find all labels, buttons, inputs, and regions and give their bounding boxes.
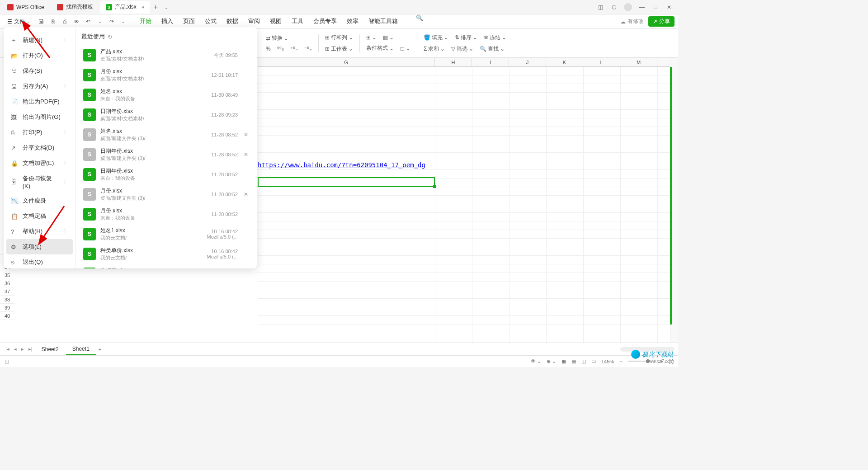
tab-overflow[interactable]: ⌄: [164, 4, 169, 10]
user-icon[interactable]: [624, 3, 632, 11]
selected-cell[interactable]: [258, 177, 435, 187]
eye-icon[interactable]: 👁 ⌄: [531, 358, 541, 364]
recent-file-item[interactable]: S 数据表.xlsx我的云文档/ 10-12 08:48: [81, 264, 251, 268]
sort-button[interactable]: ⇅ 排序 ⌄: [453, 33, 479, 42]
sheet-nav-next[interactable]: ▸: [19, 346, 26, 352]
saveas-icon[interactable]: ⎘: [49, 18, 57, 25]
percent-button[interactable]: %: [264, 45, 273, 53]
preview-icon[interactable]: 👁: [73, 18, 80, 25]
sheet-nav-prev[interactable]: ◂: [12, 346, 19, 352]
recent-file-item[interactable]: S 姓名.xlsx桌面/新建文件夹 (3)/ 11-28 08:52 ✕: [81, 125, 251, 145]
remove-recent-icon[interactable]: ✕: [242, 132, 250, 138]
ribbon-tab-view[interactable]: 视图: [269, 14, 283, 29]
file-menu-item-save[interactable]: 🖫保存(S): [6, 63, 73, 79]
file-menu-item-help[interactable]: ?帮助(H)〉: [6, 224, 73, 239]
dec-dec-button[interactable]: ⁻⁰₊: [302, 45, 314, 53]
refresh-icon[interactable]: ↻: [108, 33, 113, 40]
ribbon-tab-review[interactable]: 审阅: [247, 14, 261, 29]
zoom-level[interactable]: 145%: [601, 359, 614, 364]
redo-icon[interactable]: ↷: [108, 18, 115, 25]
recent-file-item[interactable]: S 月份.xlsx桌面/新建文件夹 (3)/ 11-28 08:52 ✕: [81, 184, 251, 204]
recent-file-item[interactable]: S 日期年份.xlsx来自：我的设备 11-28 08:52: [81, 164, 251, 184]
cube-icon[interactable]: ⬡: [610, 4, 618, 10]
undo-dropdown-icon[interactable]: ⌄: [96, 18, 104, 25]
grid-icon[interactable]: ⊕ ⌄: [547, 358, 556, 364]
file-menu-item-draft[interactable]: 📋文档定稿: [6, 208, 73, 224]
zoom-out-button[interactable]: −: [619, 359, 622, 364]
freeze-button[interactable]: ❄ 冻结 ⌄: [482, 33, 508, 42]
file-menu-item-share[interactable]: ↗分享文档(D): [6, 140, 73, 155]
file-menu-item-slim[interactable]: 📉文件瘦身: [6, 193, 73, 208]
right-scrollbar-track[interactable]: [670, 58, 678, 343]
column-header[interactable]: G: [258, 58, 435, 66]
rowcol-button[interactable]: ⊞ 行和列 ⌄: [323, 33, 355, 42]
remove-recent-icon[interactable]: ✕: [242, 151, 250, 158]
ribbon-tab-data[interactable]: 数据: [226, 14, 239, 29]
sheet-nav-last[interactable]: ▸|: [27, 346, 34, 352]
print-icon[interactable]: ⎙: [61, 18, 68, 25]
convert-button[interactable]: ⇄ 转换 ⌄: [264, 33, 290, 43]
ribbon-tab-start[interactable]: 开始: [139, 14, 152, 29]
find-button[interactable]: 🔍 查找 ⌄: [478, 44, 506, 54]
file-menu-item-gear[interactable]: ⚙选项(L): [6, 239, 73, 254]
column-header[interactable]: H: [435, 58, 472, 66]
recent-file-item[interactable]: S 月份.xlsx桌面/素材/文档素材/ 12-01 10:17: [81, 65, 251, 85]
recent-file-item[interactable]: S 月份.xlsx来自：我的设备 11-28 08:52: [81, 204, 251, 224]
row-header[interactable]: 35: [0, 271, 14, 279]
recent-file-item[interactable]: S 日期年份.xlsx桌面/新建文件夹 (3)/ 11-28 08:52 ✕: [81, 145, 251, 164]
column-header[interactable]: L: [583, 58, 620, 66]
sheet-nav-first[interactable]: |◂: [4, 346, 11, 352]
sheet-tab-active[interactable]: Sheet1: [66, 343, 96, 355]
format-button[interactable]: ◻ ⌄: [398, 44, 412, 52]
minimize-button[interactable]: —: [638, 4, 646, 10]
tab-templates[interactable]: 找稻壳模板: [52, 1, 99, 14]
column-header[interactable]: K: [546, 58, 583, 66]
share-button[interactable]: ↗ 分享: [648, 16, 675, 27]
qat-dropdown-icon[interactable]: ⌄: [120, 18, 127, 25]
inc-dec-button[interactable]: ⁺⁰₋: [288, 45, 300, 53]
recent-file-item[interactable]: S 种类单价.xlsx我的云文档/ 10-16 08:42Mozilla/5.0…: [81, 244, 251, 264]
view-page-icon[interactable]: ▤: [571, 358, 576, 364]
view-read-icon[interactable]: ▭: [591, 358, 596, 364]
column-header[interactable]: I: [472, 58, 509, 66]
ribbon-tab-insert[interactable]: 插入: [160, 14, 174, 29]
row-header[interactable]: 37: [0, 287, 14, 296]
save-icon[interactable]: 🖫: [38, 18, 45, 25]
ribbon-tab-member[interactable]: 会员专享: [312, 14, 338, 29]
remove-recent-icon[interactable]: ✕: [242, 191, 250, 197]
file-menu-item-folder[interactable]: 📂打开(O): [6, 48, 73, 63]
file-menu-item-pdf[interactable]: 📄输出为PDF(F): [6, 94, 73, 109]
table-style-button[interactable]: ⊞ ⌄: [364, 33, 378, 42]
view-break-icon[interactable]: ◫: [581, 358, 586, 364]
fill-button[interactable]: 🪣 填充 ⌄: [422, 33, 450, 42]
hyperlink-cell[interactable]: https://www.baidu.com/?tn=62095104_17_oe…: [258, 161, 425, 169]
recent-file-item[interactable]: S 产品.xlsx桌面/素材/文档素材/ 今天 09:55: [81, 45, 251, 65]
status-icon[interactable]: ◫: [5, 358, 9, 364]
tab-document[interactable]: S 产品.xlsx ●: [100, 1, 150, 14]
worksheet-button[interactable]: ⊞ 工作表 ⌄: [323, 44, 355, 54]
file-menu-item-exit[interactable]: ⎋退出(Q): [6, 254, 73, 268]
row-header[interactable]: 38: [0, 296, 14, 304]
search-icon[interactable]: 🔍: [416, 14, 423, 29]
ribbon-tab-efficiency[interactable]: 效率: [346, 14, 359, 29]
column-header[interactable]: M: [620, 58, 657, 66]
add-tab-button[interactable]: +: [150, 3, 161, 11]
ribbon-tab-formula[interactable]: 公式: [204, 14, 217, 29]
maximize-button[interactable]: □: [652, 4, 659, 10]
panel-icon[interactable]: ◫: [597, 4, 604, 10]
view-normal-icon[interactable]: ▦: [561, 358, 566, 364]
close-button[interactable]: ✕: [665, 4, 673, 10]
cloud-status[interactable]: ☁ 有修改: [620, 18, 644, 25]
ribbon-tab-page[interactable]: 页面: [182, 14, 196, 29]
sum-button[interactable]: Σ 求和 ⌄: [422, 44, 447, 54]
file-menu-button[interactable]: ☰ 文件 ⌄: [4, 16, 34, 27]
row-header[interactable]: 40: [0, 312, 14, 320]
add-sheet-button[interactable]: +: [97, 347, 103, 352]
cell-grid[interactable]: https://www.baidu.com/?tn=62095104_17_oe…: [258, 67, 670, 343]
comma-button[interactable]: ⁰⁰₀: [275, 45, 286, 53]
file-menu-item-image[interactable]: 🖼输出为图片(G): [6, 109, 73, 125]
tab-wps-home[interactable]: WPS Office: [2, 1, 50, 14]
file-menu-item-plus[interactable]: ＋新建(N)〉: [6, 33, 73, 48]
file-menu-item-lock[interactable]: 🔒文档加密(E)〉: [6, 155, 73, 171]
recent-file-item[interactable]: S 姓名1.xlsx我的云文档/ 10-16 08:42Mozilla/5.0 …: [81, 224, 251, 244]
